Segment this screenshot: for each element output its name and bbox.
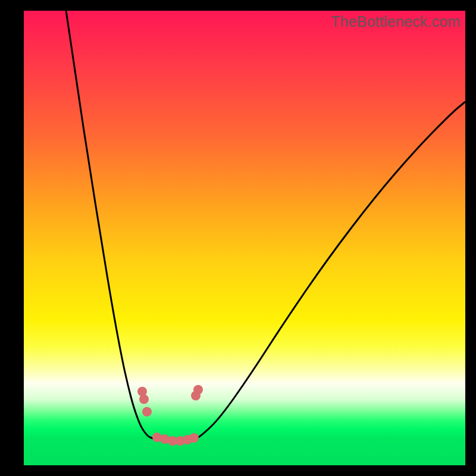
data-point: [189, 433, 199, 443]
plot-area: TheBottleneck.com: [24, 11, 465, 465]
data-point: [139, 394, 149, 404]
chart-frame: TheBottleneck.com: [0, 0, 476, 476]
data-point: [193, 385, 203, 394]
data-point-layer: [24, 11, 465, 465]
data-point: [142, 407, 152, 416]
